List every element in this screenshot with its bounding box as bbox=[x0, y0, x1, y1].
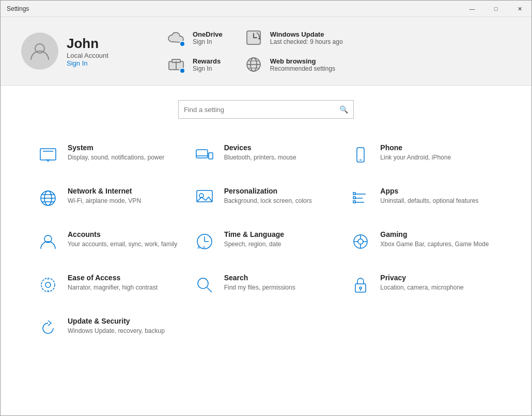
rewards-title: Rewards bbox=[193, 57, 221, 65]
settings-item-time[interactable]: AA Time & Language Speech, region, date bbox=[188, 220, 345, 263]
personalization-desc: Background, lock screen, colors bbox=[224, 197, 312, 205]
header-services: OneDrive Sign In Rewards Sign In bbox=[166, 27, 511, 75]
search-area: 🔍 bbox=[1, 86, 531, 133]
ease-icon bbox=[37, 274, 59, 296]
time-icon: AA bbox=[193, 230, 216, 253]
svg-text:A: A bbox=[197, 246, 200, 249]
svg-rect-30 bbox=[353, 197, 355, 199]
settings-item-personalization[interactable]: Personalization Background, lock screen,… bbox=[188, 177, 345, 220]
personalization-icon bbox=[193, 187, 216, 210]
update-desc: Windows Update, recovery, backup bbox=[68, 327, 165, 335]
settings-item-network[interactable]: Network & Internet Wi-Fi, airplane mode,… bbox=[32, 177, 188, 220]
network-name: Network & Internet bbox=[68, 187, 141, 195]
onedrive-text: OneDrive Sign In bbox=[193, 30, 223, 45]
svg-point-44 bbox=[41, 278, 55, 292]
ease-name: Ease of Access bbox=[68, 274, 158, 282]
settings-item-update[interactable]: Update & Security Windows Update, recove… bbox=[32, 307, 188, 350]
search-icon: 🔍 bbox=[339, 105, 348, 114]
privacy-desc: Location, camera, microphone bbox=[380, 283, 463, 292]
web-browsing-text: Web browsing Recommended settings bbox=[270, 57, 335, 72]
time-name: Time & Language bbox=[224, 230, 284, 238]
devices-icon bbox=[193, 143, 216, 166]
apps-icon bbox=[349, 187, 372, 210]
rewards-subtitle: Sign In bbox=[193, 65, 221, 72]
settings-item-accounts[interactable]: Accounts Your accounts, email, sync, wor… bbox=[32, 220, 188, 263]
web-browsing-title: Web browsing bbox=[270, 57, 335, 65]
apps-name: Apps bbox=[380, 187, 478, 195]
network-desc: Wi-Fi, airplane mode, VPN bbox=[68, 197, 141, 205]
services-column-right: Windows Update Last checked: 9 hours ago bbox=[243, 27, 343, 75]
windows-update-service[interactable]: Windows Update Last checked: 9 hours ago bbox=[243, 27, 343, 48]
web-browsing-service[interactable]: Web browsing Recommended settings bbox=[243, 54, 343, 75]
search-box[interactable]: 🔍 bbox=[178, 100, 354, 119]
personalization-text: Personalization Background, lock screen,… bbox=[224, 187, 312, 205]
gaming-icon bbox=[349, 230, 372, 253]
svg-rect-29 bbox=[353, 193, 355, 195]
profile-section: John Local Account Sign In bbox=[21, 33, 145, 70]
settings-item-apps[interactable]: Apps Uninstall, defaults, optional featu… bbox=[344, 177, 500, 220]
web-browsing-icon bbox=[243, 54, 264, 75]
phone-desc: Link your Android, iPhone bbox=[380, 153, 451, 162]
apps-desc: Uninstall, defaults, optional features bbox=[380, 197, 478, 205]
svg-rect-31 bbox=[353, 201, 355, 203]
update-text: Update & Security Windows Update, recove… bbox=[68, 317, 165, 335]
search-name: Search bbox=[224, 274, 295, 282]
avatar bbox=[21, 33, 58, 70]
gaming-text: Gaming Xbox Game Bar, captures, Game Mod… bbox=[380, 230, 489, 249]
windows-update-icon bbox=[243, 27, 264, 48]
onedrive-status-dot bbox=[179, 41, 185, 47]
profile-signin-link[interactable]: Sign In bbox=[67, 59, 108, 67]
maximize-button[interactable]: □ bbox=[484, 1, 508, 17]
rewards-icon bbox=[166, 54, 186, 75]
time-text: Time & Language Speech, region, date bbox=[224, 230, 284, 249]
minimize-button[interactable]: — bbox=[460, 1, 484, 17]
close-button[interactable]: ✕ bbox=[508, 1, 531, 17]
window-controls: — □ ✕ bbox=[460, 1, 531, 17]
settings-item-search[interactable]: Search Find my files, permissions bbox=[188, 263, 345, 307]
settings-item-ease[interactable]: Ease of Access Narrator, magnifier, high… bbox=[32, 263, 188, 307]
privacy-name: Privacy bbox=[380, 274, 463, 282]
settings-grid: System Display, sound, notifications, po… bbox=[1, 133, 531, 350]
personalization-name: Personalization bbox=[224, 187, 312, 195]
onedrive-title: OneDrive bbox=[193, 30, 223, 38]
devices-desc: Bluetooth, printers, mouse bbox=[224, 153, 296, 162]
accounts-text: Accounts Your accounts, email, sync, wor… bbox=[68, 230, 177, 249]
svg-rect-10 bbox=[40, 149, 56, 160]
update-name: Update & Security bbox=[68, 317, 165, 325]
phone-name: Phone bbox=[380, 143, 451, 152]
svg-text:A: A bbox=[202, 245, 206, 250]
web-browsing-subtitle: Recommended settings bbox=[270, 65, 335, 72]
gaming-desc: Xbox Game Bar, captures, Game Mode bbox=[380, 240, 489, 249]
rewards-service[interactable]: Rewards Sign In bbox=[166, 54, 223, 75]
svg-line-49 bbox=[207, 287, 212, 292]
privacy-icon bbox=[349, 274, 372, 296]
phone-text: Phone Link your Android, iPhone bbox=[380, 143, 451, 162]
svg-rect-15 bbox=[209, 153, 213, 159]
settings-item-gaming[interactable]: Gaming Xbox Game Bar, captures, Game Mod… bbox=[344, 220, 500, 263]
search-desc: Find my files, permissions bbox=[224, 283, 295, 292]
settings-item-privacy[interactable]: Privacy Location, camera, microphone bbox=[344, 263, 500, 307]
system-desc: Display, sound, notifications, power bbox=[68, 153, 164, 162]
gaming-name: Gaming bbox=[380, 230, 489, 238]
svg-rect-50 bbox=[355, 284, 366, 292]
search-input[interactable] bbox=[184, 106, 339, 114]
settings-item-phone[interactable]: Phone Link your Android, iPhone bbox=[344, 133, 500, 177]
svg-point-48 bbox=[198, 278, 208, 289]
rewards-text: Rewards Sign In bbox=[193, 57, 221, 72]
settings-item-system[interactable]: System Display, sound, notifications, po… bbox=[32, 133, 188, 177]
ease-desc: Narrator, magnifier, high contrast bbox=[68, 283, 158, 292]
svg-point-39 bbox=[358, 239, 363, 244]
onedrive-icon bbox=[166, 27, 186, 48]
system-icon bbox=[37, 143, 59, 166]
ease-text: Ease of Access Narrator, magnifier, high… bbox=[68, 274, 158, 292]
update-icon bbox=[37, 317, 59, 340]
profile-info: John Local Account Sign In bbox=[67, 36, 108, 67]
services-column-left: OneDrive Sign In Rewards Sign In bbox=[166, 27, 223, 75]
settings-item-devices[interactable]: Devices Bluetooth, printers, mouse bbox=[188, 133, 345, 177]
onedrive-service[interactable]: OneDrive Sign In bbox=[166, 27, 223, 48]
system-text: System Display, sound, notifications, po… bbox=[68, 143, 164, 162]
windows-update-text: Windows Update Last checked: 9 hours ago bbox=[270, 30, 343, 45]
time-desc: Speech, region, date bbox=[224, 240, 284, 249]
search-text: Search Find my files, permissions bbox=[224, 274, 295, 292]
onedrive-subtitle: Sign In bbox=[193, 38, 223, 45]
